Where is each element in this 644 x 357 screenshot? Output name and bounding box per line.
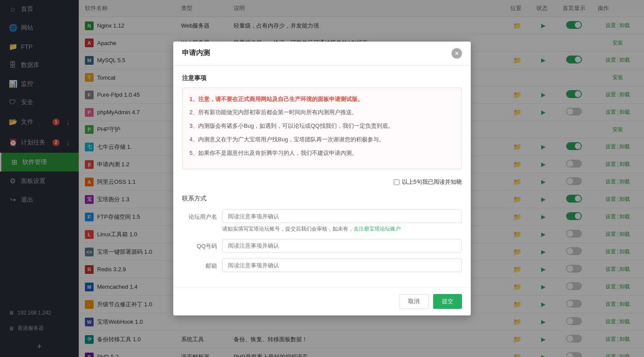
modal-body: 注意事项 1、注意，请不要在正式商用网站及自己生产环境的面板申请测试版。2、所有… [173, 66, 471, 287]
notice-item: 2、所有新功能做完内部初审后都会第一时间向所有内测用户推送。 [189, 108, 455, 117]
form-label: 论坛用户名 [182, 210, 217, 221]
form-input-0[interactable] [222, 210, 462, 223]
form-hint: 请如实填写宝塔论坛账号，提交后我们会审核，如未有，去注册宝塔论坛账户 [222, 225, 462, 233]
form-row: 邮箱 [182, 259, 462, 272]
modal-title: 申请内测 [182, 49, 210, 58]
form-label: QQ号码 [182, 239, 217, 250]
modal-footer: 取消 提交 [173, 287, 471, 315]
notice-item: 1、注意，请不要在正式商用网站及自己生产环境的面板申请测试版。 [189, 95, 455, 104]
form-input-1[interactable] [222, 239, 462, 252]
notice-box: 1、注意，请不要在正式商用网站及自己生产环境的面板申请测试版。2、所有新功能做完… [182, 88, 462, 170]
register-link[interactable]: 去注册宝塔论坛账户 [354, 226, 401, 232]
form-col: 请如实填写宝塔论坛账号，提交后我们会审核，如未有，去注册宝塔论坛账户 [222, 210, 462, 233]
notice-item: 5、如果你不是愿意付出及肯折腾学习的人，我们不建议申请内测。 [189, 149, 455, 158]
form-row: 论坛用户名 请如实填写宝塔论坛账号，提交后我们会审核，如未有，去注册宝塔论坛账户 [182, 210, 462, 233]
form-row: QQ号码 [182, 239, 462, 252]
form-col [222, 259, 462, 272]
apply-beta-modal: 申请内测 × 注意事项 1、注意，请不要在正式商用网站及自己生产环境的面板申请测… [173, 42, 471, 316]
agree-checkbox[interactable] [394, 179, 399, 185]
form-input-2[interactable] [222, 259, 462, 272]
agree-label[interactable]: 以上5句我已阅读并知晓 [402, 178, 462, 186]
modal-close-button[interactable]: × [452, 48, 462, 59]
notice-item: 4、内测意义在于为广大宝塔用户找Bug，宝塔团队再一次谢谢您的积极参与。 [189, 135, 455, 144]
notice-title: 注意事项 [182, 74, 462, 82]
notice-item: 3、内测版会有诸多小Bug，如遇到，可以论坛或QQ找我们，我们一定负责到底。 [189, 122, 455, 131]
agree-row: 以上5句我已阅读并知晓 [182, 178, 462, 186]
form-col [222, 239, 462, 252]
modal-header: 申请内测 × [173, 42, 471, 66]
contact-title: 联系方式 [182, 195, 462, 203]
cancel-button[interactable]: 取消 [399, 294, 429, 309]
modal-overlay[interactable]: 申请内测 × 注意事项 1、注意，请不要在正式商用网站及自己生产环境的面板申请测… [0, 0, 644, 357]
submit-button[interactable]: 提交 [433, 294, 462, 309]
form-label: 邮箱 [182, 259, 217, 270]
form-fields: 论坛用户名 请如实填写宝塔论坛账号，提交后我们会审核，如未有，去注册宝塔论坛账户… [182, 210, 462, 272]
